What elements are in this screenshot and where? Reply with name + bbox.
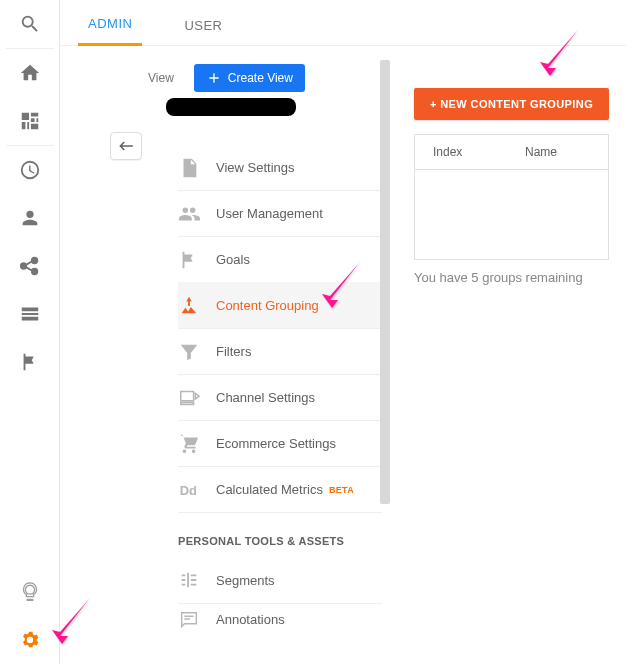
svg-point-1 [32,258,38,264]
create-view-button[interactable]: Create View [194,64,305,92]
menu-calculated-metrics[interactable]: Dd Calculated Metrics BETA [178,466,382,512]
back-button[interactable] [110,132,142,160]
menu-label: Calculated Metrics [216,482,323,497]
plus-icon [206,70,222,86]
menu-segments[interactable]: Segments [178,557,382,603]
page-icon [178,157,200,179]
beta-badge: BETA [329,485,354,495]
menu-label: User Management [216,206,323,221]
nav-realtime[interactable] [0,146,60,194]
menu-channel-settings[interactable]: Channel Settings [178,374,382,420]
menu-content-grouping[interactable]: Content Grouping [178,282,382,328]
scrollbar[interactable] [380,60,390,504]
behavior-icon [19,303,41,325]
cart-icon [178,433,200,455]
nav-discover[interactable] [0,568,60,616]
tab-user[interactable]: USER [174,4,232,45]
content-grouping-icon [178,295,200,317]
annotation-icon [178,609,200,631]
menu-label: Annotations [216,612,285,627]
svg-point-0 [21,263,27,269]
menu-label: Content Grouping [216,298,319,313]
channel-icon [178,387,200,409]
tabs: ADMIN USER [60,0,626,46]
flag-icon [178,249,200,271]
view-label: View [148,71,174,85]
gear-icon [19,629,41,651]
home-icon [19,62,41,84]
col-name: Name [507,145,575,159]
clock-icon [19,159,41,181]
menu-user-management[interactable]: User Management [178,190,382,236]
lightbulb-icon [19,581,41,603]
groups-remaining: You have 5 groups remaining [414,270,626,285]
menu-annotations[interactable]: Annotations [178,603,382,635]
segments-icon [178,569,200,591]
view-column: View Create View View Settings User Mana… [60,46,390,664]
menu-label: Channel Settings [216,390,315,405]
menu-label: Segments [216,573,275,588]
share-icon [19,255,41,277]
person-icon [19,207,41,229]
menu-goals[interactable]: Goals [178,236,382,282]
tab-admin[interactable]: ADMIN [78,2,142,46]
account-name-redacted [166,98,296,116]
nav-conversions[interactable] [0,338,60,386]
menu-label: Goals [216,252,250,267]
people-icon [178,203,200,225]
menu-label: Filters [216,344,251,359]
menu-ecommerce-settings[interactable]: Ecommerce Settings [178,420,382,466]
nav-home[interactable] [0,49,60,97]
table-header: Index Name [414,134,609,170]
left-nav-rail [0,0,60,664]
right-column: + NEW CONTENT GROUPING Index Name You ha… [390,46,626,664]
section-personal-tools: PERSONAL TOOLS & ASSETS [178,512,382,557]
svg-point-2 [32,269,38,275]
nav-behavior[interactable] [0,290,60,338]
filter-icon [178,341,200,363]
menu-label: View Settings [216,160,295,175]
menu-view-settings[interactable]: View Settings [178,144,382,190]
menu-label: Ecommerce Settings [216,436,336,451]
dashboard-icon [19,110,41,132]
col-index: Index [415,145,507,159]
menu-filters[interactable]: Filters [178,328,382,374]
nav-audience[interactable] [0,194,60,242]
back-icon [117,137,135,155]
nav-customization[interactable] [0,97,60,145]
dd-icon: Dd [178,479,200,501]
flag-icon [19,351,41,373]
view-menu: View Settings User Management Goals Cont… [178,144,382,635]
main-area: ADMIN USER View Create View View Setting… [60,0,626,664]
new-content-grouping-button[interactable]: + NEW CONTENT GROUPING [414,88,609,120]
nav-admin[interactable] [0,616,60,664]
search-icon [19,13,41,35]
nav-acquisition[interactable] [0,242,60,290]
create-view-label: Create View [228,71,293,85]
table-body-empty [414,170,609,260]
nav-search[interactable] [0,0,60,48]
svg-text:Dd: Dd [180,482,197,497]
